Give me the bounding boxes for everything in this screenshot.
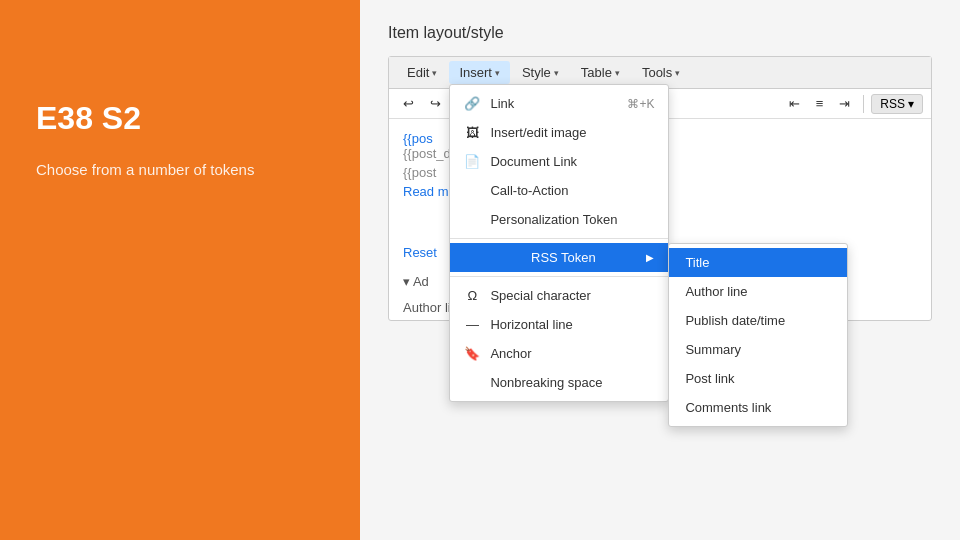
editor-container: Edit ▾ Insert ▾ 🔗 Link ⌘+K — [388, 56, 932, 321]
rss-token-wrapper: RSS Token ▶ Title Author line Publish da… — [450, 243, 668, 272]
rss-dropdown-button[interactable]: RSS ▾ — [871, 94, 923, 114]
rss-author-line[interactable]: Author line — [669, 277, 847, 306]
read-more-link[interactable]: Read m — [403, 184, 449, 199]
redo-button[interactable]: ↪ — [424, 93, 447, 114]
rss-publish-date[interactable]: Publish date/time — [669, 306, 847, 335]
left-panel: E38 S2 Choose from a number of tokens — [0, 0, 360, 540]
rss-submenu: Title Author line Publish date/time Summ… — [668, 243, 848, 427]
insert-dropdown: 🔗 Link ⌘+K 🖼 Insert/edit image 📄 Documen… — [449, 84, 669, 402]
add-label: ▾ Ad — [403, 274, 429, 289]
insert-rss-token[interactable]: RSS Token ▶ — [450, 243, 668, 272]
app-title: E38 S2 — [36, 100, 324, 137]
menu-style[interactable]: Style ▾ — [512, 61, 569, 84]
post-link-1[interactable]: {{pos — [403, 131, 433, 146]
undo-button[interactable]: ↩ — [397, 93, 420, 114]
insert-cta[interactable]: Call-to-Action — [450, 176, 668, 205]
align-left-button[interactable]: ⇤ — [783, 93, 806, 114]
menu-tools[interactable]: Tools ▾ — [632, 61, 690, 84]
menu-table[interactable]: Table ▾ — [571, 61, 630, 84]
section-title: Item layout/style — [388, 24, 932, 42]
image-icon: 🖼 — [464, 125, 480, 140]
rss-summary[interactable]: Summary — [669, 335, 847, 364]
toolbar-separator-3 — [863, 95, 864, 113]
divider-1 — [450, 238, 668, 239]
insert-nbsp[interactable]: Nonbreaking space — [450, 368, 668, 397]
style-arrow-icon: ▾ — [554, 68, 559, 78]
right-panel: Item layout/style Edit ▾ Insert ▾ 🔗 — [360, 0, 960, 540]
align-right-button[interactable]: ⇥ — [833, 93, 856, 114]
rss-comments-link[interactable]: Comments link — [669, 393, 847, 422]
menu-edit[interactable]: Edit ▾ — [397, 61, 447, 84]
link-icon: 🔗 — [464, 96, 480, 111]
tools-arrow-icon: ▾ — [675, 68, 680, 78]
insert-personalization[interactable]: Personalization Token — [450, 205, 668, 234]
insert-horizontal-line[interactable]: — Horizontal line — [450, 310, 668, 339]
submenu-arrow-icon: ▶ — [646, 252, 654, 263]
insert-arrow-icon: ▾ — [495, 68, 500, 78]
menu-insert[interactable]: Insert ▾ — [449, 61, 510, 84]
edit-arrow-icon: ▾ — [432, 68, 437, 78]
rss-label: RSS — [880, 97, 905, 111]
doc-icon: 📄 — [464, 154, 480, 169]
menu-bar: Edit ▾ Insert ▾ 🔗 Link ⌘+K — [389, 57, 931, 89]
rss-title[interactable]: Title — [669, 248, 847, 277]
hrule-icon: — — [464, 317, 480, 332]
table-arrow-icon: ▾ — [615, 68, 620, 78]
reset-link[interactable]: Reset — [403, 245, 437, 260]
omega-icon: Ω — [464, 288, 480, 303]
anchor-icon: 🔖 — [464, 346, 480, 361]
divider-2 — [450, 276, 668, 277]
insert-special-char[interactable]: Ω Special character — [450, 281, 668, 310]
post-var-2: {{post — [403, 165, 436, 180]
insert-image[interactable]: 🖼 Insert/edit image — [450, 118, 668, 147]
rss-post-link[interactable]: Post link — [669, 364, 847, 393]
insert-anchor[interactable]: 🔖 Anchor — [450, 339, 668, 368]
menu-insert-wrapper: Insert ▾ 🔗 Link ⌘+K 🖼 Insert/edit image — [449, 61, 510, 84]
insert-link[interactable]: 🔗 Link ⌘+K — [450, 89, 668, 118]
rss-dropdown-arrow-icon: ▾ — [908, 97, 914, 111]
insert-doc-link[interactable]: 📄 Document Link — [450, 147, 668, 176]
app-subtitle: Choose from a number of tokens — [36, 161, 324, 178]
align-center-button[interactable]: ≡ — [810, 93, 830, 114]
